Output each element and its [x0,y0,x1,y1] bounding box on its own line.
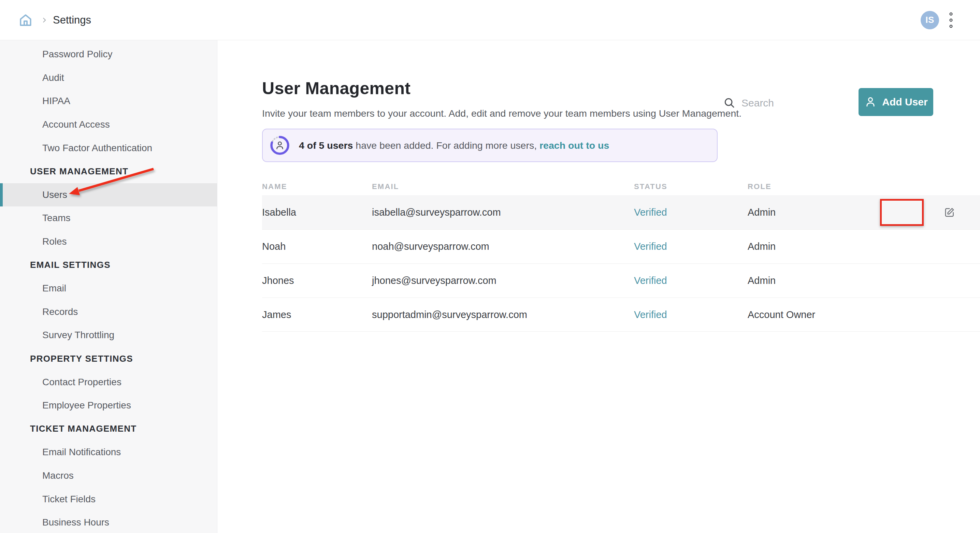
sidebar-item-hipaa[interactable]: HIPAA [0,89,217,113]
breadcrumb-chevron-icon [41,16,48,25]
top-bar: Settings IS [0,0,980,40]
cell-status: Verified [634,309,748,320]
sidebar-item-business-hours[interactable]: Business Hours [0,511,217,533]
sidebar-item-users[interactable]: Users [0,183,217,207]
sidebar-item-macros[interactable]: Macros [0,464,217,488]
home-icon[interactable] [18,12,33,28]
add-user-person-icon [864,95,877,108]
col-header-role: ROLE [748,182,980,191]
cell-status: Verified [634,275,748,286]
edit-pencil-icon [944,207,955,218]
user-count-text: 4 of 5 users [299,140,353,151]
sidebar-item-survey-throttling[interactable]: Survey Throttling [0,323,217,347]
table-row-noah: Noah noah@surveysparrow.com Verified Adm… [262,229,980,263]
sidebar-item-employee-properties[interactable]: Employee Properties [0,394,217,417]
cell-role: Account Owner [748,309,980,320]
sidebar-section-ticket-management: TICKET MANAGEMENT [0,417,217,441]
cell-email: isabella@surveysparrow.com [372,207,634,218]
sidebar-section-user-management: USER MANAGEMENT [0,160,217,183]
page-title: User Management [262,78,410,98]
cell-role: Admin [748,241,980,252]
sidebar-item-email-notifications[interactable]: Email Notifications [0,441,217,464]
sidebar-item-records[interactable]: Records [0,300,217,324]
sidebar-section-email-settings: EMAIL SETTINGS [0,253,217,277]
sidebar-item-two-factor-auth[interactable]: Two Factor Authentication [0,136,217,160]
sidebar-section-property-settings: PROPERTY SETTINGS [0,347,217,371]
search-input[interactable] [741,95,834,111]
app-root: Settings IS Password Policy Audit HIPAA … [0,0,980,533]
avatar[interactable]: IS [921,11,939,29]
col-header-name: NAME [262,182,372,191]
kebab-menu-icon[interactable] [947,10,955,30]
page-description: Invite your team members to your account… [262,108,741,119]
breadcrumb: Settings [53,14,91,26]
cell-name: Jhones [262,275,372,286]
user-limit-message: 4 of 5 users have been added. For adding… [299,140,609,151]
sidebar-item-password-policy[interactable]: Password Policy [0,43,217,66]
cell-email: jhones@surveysparrow.com [372,275,634,286]
sidebar-item-ticket-fields[interactable]: Ticket Fields [0,487,217,511]
table-row-isabella: Isabella isabella@surveysparrow.com Veri… [262,195,980,229]
sidebar-item-account-access[interactable]: Account Access [0,113,217,137]
search-icon [723,97,736,110]
sidebar-item-contact-properties[interactable]: Contact Properties [0,370,217,394]
settings-sidebar: Password Policy Audit HIPAA Account Acce… [0,40,217,533]
sidebar-item-email[interactable]: Email [0,277,217,300]
add-user-label: Add User [882,96,928,108]
table-row-james: James supportadmin@surveysparrow.com Ver… [262,298,980,332]
users-table-header: NAME EMAIL STATUS ROLE [262,178,980,195]
cell-email: supportadmin@surveysparrow.com [372,309,634,320]
user-limit-banner: 4 of 5 users have been added. For adding… [262,129,718,162]
user-quota-progress-icon [270,135,290,156]
edit-user-button[interactable] [942,205,957,220]
banner-message-text: have been added. For adding more users, [353,140,539,151]
cell-name: Isabella [262,207,372,218]
cell-status: Verified [634,207,748,218]
table-row-jhones: Jhones jhones@surveysparrow.com Verified… [262,263,980,298]
sidebar-item-audit[interactable]: Audit [0,66,217,90]
users-table: NAME EMAIL STATUS ROLE Isabella isabella… [262,178,980,332]
cell-email: noah@surveysparrow.com [372,241,634,252]
sidebar-item-roles[interactable]: Roles [0,230,217,253]
reach-out-link[interactable]: reach out to us [539,140,609,151]
user-search [723,95,834,111]
cell-name: James [262,309,372,320]
cell-role: Admin [748,275,980,286]
col-header-email: EMAIL [372,182,634,191]
cell-name: Noah [262,241,372,252]
col-header-status: STATUS [634,182,748,191]
sidebar-item-teams[interactable]: Teams [0,207,217,230]
cell-status: Verified [634,241,748,252]
add-user-button[interactable]: Add User [859,88,933,116]
main-content: User Management Invite your team members… [217,40,980,533]
